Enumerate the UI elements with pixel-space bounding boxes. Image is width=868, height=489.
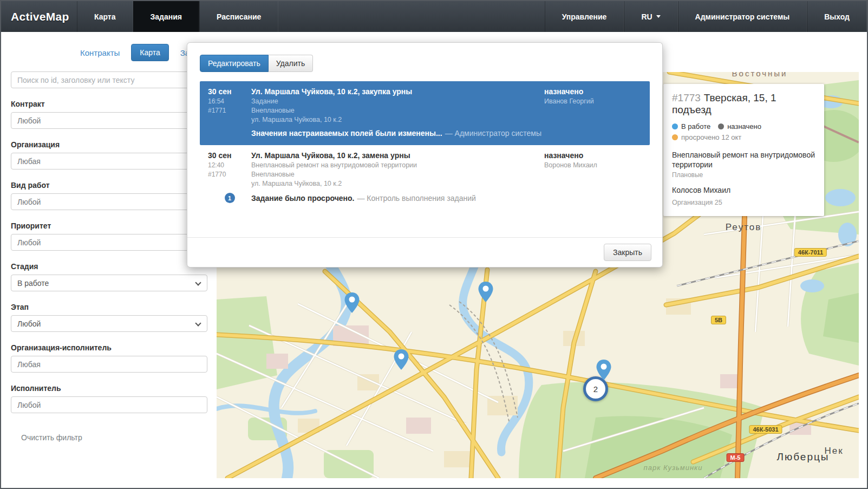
filter-label-priority: Приоритет (11, 221, 207, 230)
filter-label-contract: Контракт (11, 100, 207, 108)
task-row-selected[interactable]: 30 сен 16:54 #1771 Ул. Маршала Чуйкова, … (200, 81, 650, 145)
tab-tasks[interactable]: Задания (133, 1, 199, 32)
subnav-contracts-link[interactable]: Контракты (80, 48, 120, 57)
task-row-date-col: 30 сен 16:54 #1771 (208, 87, 251, 123)
task-line: ул. Маршала Чуйкова, 10 к.2 (251, 116, 539, 123)
status-badge: В работе (672, 122, 710, 131)
task-card-title: #1773Тверская, 15, 1 подъезд (672, 92, 815, 116)
count-badge: 1 (225, 193, 235, 203)
task-line: Внеплановые (251, 171, 539, 178)
task-info-card: #1773Тверская, 15, 1 подъезд В работеназ… (663, 84, 824, 216)
chevron-down-icon (195, 320, 201, 326)
language-label: RU (641, 12, 652, 21)
navbar-spacer (278, 1, 544, 32)
task-line: ул. Маршала Чуйкова, 10 к.2 (251, 180, 539, 187)
task-line: Задание (251, 97, 539, 105)
task-date: 30 сен (208, 87, 251, 96)
stage-select-value: В работе (17, 279, 49, 288)
phase-select[interactable]: Любой (11, 315, 207, 332)
search-input[interactable] (11, 71, 207, 88)
status-dot-overdue (672, 134, 678, 140)
priority-filter-input[interactable] (11, 234, 207, 251)
map-pin-icon[interactable] (344, 292, 360, 312)
task-line: Внеплановые (251, 107, 539, 114)
task-status-badges: В работеназначено просрочено 12 окт (672, 121, 815, 143)
user-menu[interactable]: Администратор системы (678, 1, 807, 32)
task-row-date-col: 30 сен 12:40 #1770 (208, 151, 251, 187)
task-history-list: 30 сен 16:54 #1771 Ул. Маршала Чуйкова, … (200, 81, 650, 211)
language-dropdown[interactable]: RU (624, 1, 677, 32)
app-window: ActiveMap Карта Задания Расписание Управ… (0, 0, 868, 489)
status-dot-in-progress (672, 123, 678, 129)
stage-select[interactable]: В работе (11, 275, 207, 291)
status-label: В работе (681, 122, 710, 131)
task-row-main-col: Ул. Маршала Чуйкова, 10 к.2, замена урны… (251, 151, 544, 187)
task-row-status-col: назначено Воронов Михаил (544, 151, 642, 187)
top-navbar: ActiveMap Карта Задания Расписание Управ… (1, 1, 867, 32)
management-menu[interactable]: Управление (545, 1, 624, 32)
task-row-main-col: Ул. Маршала Чуйкова, 10 к.2, закупка урн… (251, 87, 544, 123)
delete-button[interactable]: Удалить (269, 55, 313, 72)
filter-label-phase: Этап (11, 303, 207, 311)
task-comment-row: 1 Задание было просрочено. — Контроль вы… (208, 193, 642, 203)
map-label-reutov: Реутов (726, 222, 761, 233)
task-comment-row: Значения настраиваемых полей были измене… (208, 129, 642, 138)
chevron-down-icon (195, 279, 201, 285)
task-line: Внеплановый ремонт на внутридомовой терр… (251, 161, 539, 169)
organization-filter-input[interactable] (11, 153, 207, 169)
work-type-filter-input[interactable] (11, 193, 207, 210)
status-label: просрочено 12 окт (681, 133, 741, 141)
phase-select-value: Любой (17, 320, 41, 328)
status-badge: назначено (718, 122, 761, 131)
map-label-nek: Нек (824, 446, 843, 457)
modal-actions: Редактировать Удалить (200, 55, 313, 72)
map-label-park-kuzminki: парк Кузьминки (644, 464, 703, 472)
task-status: назначено (544, 151, 642, 160)
tab-schedule[interactable]: Расписание (199, 1, 278, 32)
subnav-map-button[interactable]: Карта (131, 44, 168, 61)
task-time: 16:54 (208, 97, 251, 105)
map-pin-icon[interactable] (393, 349, 409, 369)
clear-filter-link[interactable]: Очистить фильтр (21, 433, 82, 442)
task-work-type: Внеплановый ремонт на внутридомовой терр… (672, 150, 815, 169)
road-badge-5v: 5В (711, 316, 726, 324)
filter-label-work-type: Вид работ (11, 181, 207, 190)
task-number: #1771 (208, 107, 251, 114)
status-badge-overdue: просрочено 12 окт (672, 133, 741, 141)
map-label-lyubertsy: Люберцы (776, 451, 829, 463)
comment-text: Задание было просрочено. (251, 194, 354, 203)
task-assignee-name: Воронов Михаил (544, 161, 642, 169)
road-badge-46k5031: 46К-5031 (749, 425, 782, 434)
close-button[interactable]: Закрыть (604, 244, 651, 261)
filter-label-organization: Организация (11, 140, 207, 149)
map-pin-icon[interactable] (596, 359, 612, 380)
map-pin-icon[interactable] (478, 281, 494, 302)
task-date: 30 сен (208, 151, 251, 160)
road-badge-m5: М-5 (727, 453, 745, 462)
task-number: #1770 (208, 171, 251, 178)
logout-button[interactable]: Выход (807, 1, 867, 32)
comment-author: — Контроль выполнения заданий (357, 194, 475, 203)
executor-org-filter-input[interactable] (11, 356, 207, 373)
status-label: назначено (727, 122, 761, 131)
filter-label-stage: Стадия (11, 262, 207, 271)
executor-filter-input[interactable] (11, 396, 207, 413)
task-organization: Организация 25 (672, 199, 815, 206)
task-title: Ул. Маршала Чуйкова, 10 к.2, закупка урн… (251, 87, 539, 96)
task-status: назначено (544, 87, 642, 96)
tab-map[interactable]: Карта (77, 1, 133, 32)
task-title: Ул. Маршала Чуйкова, 10 к.2, замена урны (251, 151, 539, 160)
status-dot-assigned (718, 123, 724, 129)
task-id: #1773 (672, 92, 701, 103)
edit-button[interactable]: Редактировать (200, 55, 269, 72)
comment-text: Значения настраиваемых полей были измене… (251, 129, 442, 138)
filter-label-executor-org: Организация-исполнитель (11, 343, 207, 352)
modal-footer: Закрыть (187, 237, 662, 267)
task-details-modal: Редактировать Удалить 30 сен 16:54 #1771… (187, 42, 663, 268)
filters-sidebar: Контракт Организация Вид работ Приоритет… (11, 71, 207, 442)
contract-filter-input[interactable] (11, 112, 207, 129)
road-badge-46k7011: 46К-7011 (794, 248, 827, 257)
task-time: 12:40 (208, 161, 251, 169)
task-row[interactable]: 30 сен 12:40 #1770 Ул. Маршала Чуйкова, … (200, 145, 650, 211)
filter-label-executor: Исполнитель (11, 384, 207, 393)
